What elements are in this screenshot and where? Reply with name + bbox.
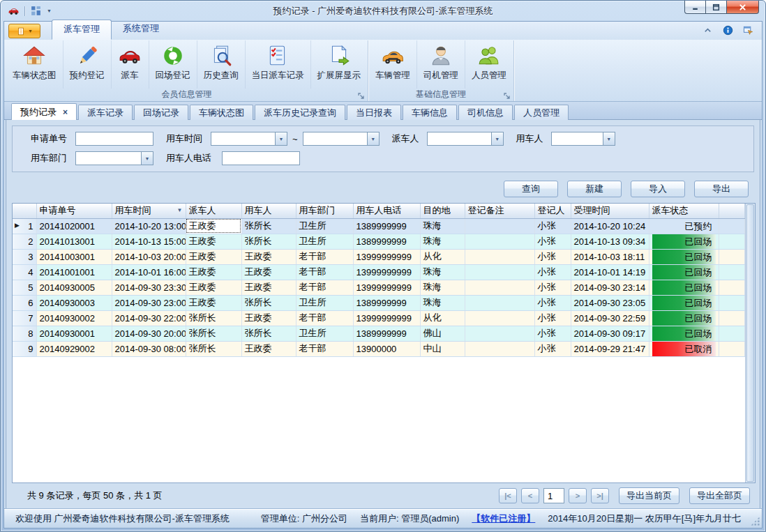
pager-first-button[interactable]: |< bbox=[499, 488, 517, 503]
column-header[interactable]: 派车人 bbox=[186, 204, 241, 218]
page-number-input[interactable] bbox=[543, 488, 564, 503]
chevron-down-icon[interactable]: ▼ bbox=[603, 132, 615, 145]
house-icon bbox=[22, 44, 46, 68]
doc-tab[interactable]: 车辆状态图 bbox=[190, 105, 253, 120]
phone-input[interactable] bbox=[222, 151, 300, 165]
table-row[interactable]: 2201410130012014-10-13 15:00王政委张所长卫生所138… bbox=[13, 234, 745, 249]
table-row[interactable]: 8201409300012014-09-30 20:00张所长张所长卫生所138… bbox=[13, 326, 745, 341]
pager-next-button[interactable]: > bbox=[569, 488, 587, 503]
ribbon-tab-row: ▼ 派车管理系统管理 bbox=[4, 22, 762, 40]
doc-tab[interactable]: 回场记录 bbox=[134, 105, 188, 120]
table-row[interactable]: 6201409300032014-09-30 23:00王政委张所长卫生所138… bbox=[13, 295, 745, 310]
doc-tab[interactable]: 人员管理 bbox=[514, 105, 569, 120]
table-row[interactable]: 7201409300022014-09-30 22:00张所长王政委老干部139… bbox=[13, 310, 745, 326]
export-current-page-button[interactable]: 导出当前页 bbox=[619, 487, 679, 504]
pager-prev-button[interactable]: < bbox=[521, 488, 539, 503]
dialog-launcher-icon[interactable] bbox=[357, 91, 365, 99]
grid-header-row: 申请单号用车时间▼派车人用车人用车部门用车人电话目的地登记备注登记人受理时间派车… bbox=[13, 204, 745, 218]
column-header[interactable]: 用车部门 bbox=[296, 204, 353, 218]
ribbon-button-search-doc[interactable]: 历史查询 bbox=[197, 40, 246, 89]
column-header[interactable]: 用车人电话 bbox=[353, 204, 420, 218]
status-bar: 欢迎使用 广州爱奇迪软件科技有限公司-派车管理系统 管理单位: 广州分公司 当前… bbox=[4, 509, 762, 528]
skin-icon[interactable] bbox=[743, 25, 753, 36]
app-menu-icon bbox=[16, 26, 26, 36]
pager-last-button[interactable]: >| bbox=[591, 488, 609, 503]
query-button[interactable]: 查询 bbox=[504, 181, 558, 197]
doc-tab[interactable]: 预约记录× bbox=[11, 103, 77, 120]
order-no-input[interactable] bbox=[75, 132, 153, 146]
chevron-down-icon[interactable]: ▼ bbox=[47, 8, 52, 13]
ribbon-group: 车辆管理司机管理人员管理基础信息管理 bbox=[368, 40, 514, 101]
doc-tab[interactable]: 车辆信息 bbox=[403, 105, 457, 120]
chevron-down-icon[interactable]: ▼ bbox=[275, 132, 287, 145]
search-doc-icon bbox=[209, 44, 233, 68]
filler-cell bbox=[719, 280, 745, 295]
status-cell: 已回场 bbox=[649, 280, 719, 295]
close-tab-icon[interactable]: × bbox=[63, 108, 68, 116]
user-combo[interactable]: ▼ bbox=[551, 132, 615, 146]
info-icon[interactable] bbox=[723, 25, 733, 36]
ribbon-button-checklist[interactable]: 当日派车记录 bbox=[246, 40, 311, 89]
export-button[interactable]: 导出 bbox=[694, 181, 749, 197]
column-header[interactable]: 派车状态 bbox=[649, 204, 719, 218]
license-link[interactable]: 【软件已注册】 bbox=[472, 512, 535, 525]
doc-tab[interactable]: 派车记录 bbox=[78, 105, 133, 120]
vertical-scrollbar[interactable] bbox=[745, 204, 755, 482]
status-cell: 已预约 bbox=[649, 218, 719, 234]
dispatcher-label: 派车人 bbox=[392, 132, 427, 145]
layout-grid-icon[interactable] bbox=[30, 5, 42, 17]
doc-tab[interactable]: 司机信息 bbox=[458, 105, 513, 120]
filler-cell bbox=[719, 218, 745, 234]
table-row[interactable]: 9201409290022014-09-30 08:00张所长王政委老干部139… bbox=[13, 341, 745, 356]
pencil-icon bbox=[75, 44, 99, 68]
dialog-launcher-icon[interactable] bbox=[503, 91, 511, 99]
ribbon-tab[interactable]: 系统管理 bbox=[112, 20, 170, 40]
ribbon-button-screen-doc[interactable]: 扩展屏显示 bbox=[311, 40, 368, 89]
ribbon-button-refresh-green[interactable]: 回场登记 bbox=[149, 40, 197, 89]
chevron-down-icon[interactable]: ▼ bbox=[367, 132, 379, 145]
group-caption: 基础信息管理 bbox=[416, 89, 466, 99]
ribbon-button-house[interactable]: 车辆状态图 bbox=[6, 40, 63, 89]
row-indicator-header bbox=[13, 204, 36, 218]
new-button[interactable]: 新建 bbox=[567, 181, 622, 197]
table-row[interactable]: 3201410030012014-10-03 20:00王政委王政委老干部139… bbox=[13, 249, 745, 264]
grid-table: 申请单号用车时间▼派车人用车人用车部门用车人电话目的地登记备注登记人受理时间派车… bbox=[13, 204, 745, 357]
window-title: 预约记录 - 广州爱奇迪软件科技有限公司-派车管理系统 bbox=[1, 5, 765, 17]
ribbon-button-people[interactable]: 人员管理 bbox=[465, 40, 513, 89]
row-indicator: 6 bbox=[13, 295, 36, 310]
welcome-text: 欢迎使用 广州爱奇迪软件科技有限公司-派车管理系统 bbox=[15, 512, 230, 525]
import-button[interactable]: 导入 bbox=[631, 181, 685, 197]
chevron-down-icon[interactable]: ▼ bbox=[491, 132, 503, 145]
maximize-button[interactable] bbox=[705, 1, 726, 14]
table-row[interactable]: 5201409300052014-09-30 23:30王政委王政委老干部139… bbox=[13, 280, 745, 295]
table-row[interactable]: ▶1201410200012014-10-20 13:00王政委张所长卫生所13… bbox=[13, 218, 745, 234]
doc-tab[interactable]: 派车历史记录查询 bbox=[255, 105, 345, 120]
doc-tab[interactable]: 当日报表 bbox=[347, 105, 401, 120]
resize-grip[interactable] bbox=[751, 517, 760, 526]
column-header[interactable]: 受理时间 bbox=[571, 204, 649, 218]
ribbon-button-car-orange[interactable]: 车辆管理 bbox=[369, 40, 417, 89]
use-time-to-combo[interactable]: ▼ bbox=[303, 132, 380, 146]
use-time-from-combo[interactable]: ▼ bbox=[211, 132, 287, 146]
column-header[interactable]: 目的地 bbox=[420, 204, 465, 218]
dispatcher-combo[interactable]: ▼ bbox=[427, 132, 504, 146]
chevron-down-icon[interactable]: ▼ bbox=[141, 152, 153, 165]
table-row[interactable]: 4201410010012014-10-01 16:00王政委王政委老干部139… bbox=[13, 264, 745, 280]
collapse-ribbon-icon[interactable] bbox=[703, 25, 713, 36]
dept-combo[interactable]: ▼ bbox=[75, 151, 153, 165]
column-header[interactable]: 登记备注 bbox=[465, 204, 534, 218]
column-header[interactable]: 用车人 bbox=[241, 204, 296, 218]
ribbon-button-car-red[interactable]: 派车 bbox=[112, 40, 149, 89]
ribbon-button-driver[interactable]: 司机管理 bbox=[417, 40, 465, 89]
close-button[interactable] bbox=[726, 1, 759, 14]
export-all-pages-button[interactable]: 导出全部页 bbox=[689, 487, 750, 504]
date-text: 2014年10月20日星期一 农历甲午[马]年九月廿七 bbox=[548, 512, 741, 525]
column-header[interactable]: 用车时间▼ bbox=[112, 204, 186, 218]
ribbon-tab[interactable]: 派车管理 bbox=[52, 20, 112, 40]
minimize-button[interactable] bbox=[684, 1, 705, 14]
scrollbar-thumb[interactable] bbox=[746, 204, 754, 482]
column-header[interactable]: 登记人 bbox=[534, 204, 571, 218]
app-menu-button[interactable]: ▼ bbox=[8, 24, 40, 38]
column-header[interactable]: 申请单号 bbox=[36, 204, 112, 218]
ribbon-button-pencil[interactable]: 预约登记 bbox=[63, 40, 112, 89]
